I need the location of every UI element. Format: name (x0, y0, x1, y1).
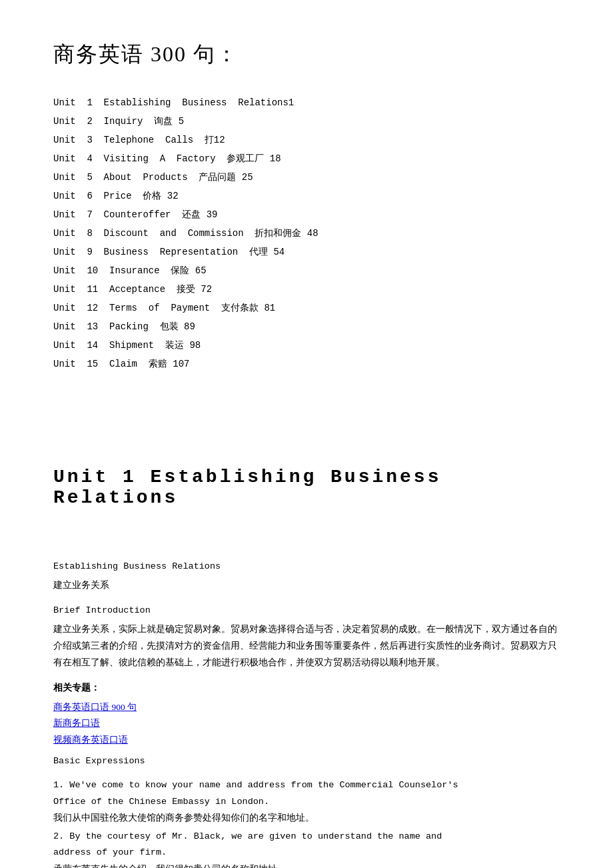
expr2-zh: 承蒙布莱克先生的介绍，我们得知贵公司的名称和地址。 (53, 861, 560, 868)
link-1-block[interactable]: 商务英语口语 900 句 (53, 699, 560, 715)
related-label-block: 相关专题： (53, 680, 560, 697)
spacer-2 (53, 440, 560, 467)
toc-item-6: Unit 6 Price 价格 32 (53, 187, 560, 205)
toc-item-5: Unit 5 About Products 产品问题 25 (53, 168, 560, 187)
subtitle-en: Establishing Business Relations (53, 561, 221, 571)
expr2-num-en: 2. By the courtesy of Mr. Black, we are … (53, 829, 560, 845)
subtitle-en-block: Establishing Business Relations (53, 559, 560, 575)
toc-item-3: Unit 3 Telephone Calls 打12 (53, 131, 560, 149)
toc-item-12: Unit 12 Terms of Payment 支付条款 81 (53, 299, 560, 317)
link-3-block[interactable]: 视频商务英语口语 (53, 732, 560, 748)
toc-item-10: Unit 10 Insurance 保险 65 (53, 261, 560, 280)
toc-item-1: Unit 1 Establishing Business Relations1 (53, 93, 560, 112)
toc-item-13: Unit 13 Packing 包装 89 (53, 317, 560, 336)
expression-2: 2. By the courtesy of Mr. Black, we are … (53, 829, 560, 868)
link-2-block[interactable]: 新商务口语 (53, 715, 560, 731)
toc-item-7: Unit 7 Counteroffer 还盘 39 (53, 205, 560, 224)
toc-item-11: Unit 11 Acceptance 接受 72 (53, 280, 560, 299)
link-business-oral-900[interactable]: 商务英语口语 900 句 (53, 699, 560, 715)
basic-expressions-label-block: Basic Expressions (53, 753, 560, 769)
expression-1: 1. We've come to know your name and addr… (53, 777, 560, 826)
toc-section: Unit 1 Establishing Business Relations1 … (53, 93, 560, 373)
unit1-content: Establishing Business Relations 建立业务关系 B… (53, 559, 560, 868)
spacer-4 (53, 597, 560, 603)
spacer-6 (53, 748, 560, 753)
basic-expressions-label: Basic Expressions (53, 756, 145, 766)
toc-item-2: Unit 2 Inquiry 询盘 5 (53, 112, 560, 131)
toc-item-8: Unit 8 Discount and Commission 折扣和佣金 48 (53, 224, 560, 243)
spacer-1 (53, 413, 560, 440)
expr2-en: By the courtesy of Mr. Black, we are giv… (69, 831, 442, 841)
brief-intro-zh-block: 建立业务关系，实际上就是确定贸易对象。贸易对象选择得合适与否，决定着贸易的成败。… (53, 621, 560, 672)
expr2-en-line2: address of your firm. (53, 845, 560, 861)
related-label: 相关专题： (53, 683, 100, 693)
page-title: 商务英语 300 句： (53, 40, 560, 69)
toc-item-14: Unit 14 Shipment 装运 98 (53, 336, 560, 355)
brief-intro-label-block: Brief Introduction (53, 603, 560, 619)
spacer-7 (53, 772, 560, 777)
spacer-5 (53, 675, 560, 680)
link-video-business-oral[interactable]: 视频商务英语口语 (53, 732, 560, 748)
title-section: 商务英语 300 句： (53, 40, 560, 69)
expr1-en: We've come to know your name and address… (69, 780, 458, 790)
expr1-num: 1. (53, 780, 64, 790)
subtitle-zh: 建立业务关系 (53, 580, 109, 590)
brief-intro-label: Brief Introduction (53, 605, 151, 615)
toc-item-4: Unit 4 Visiting A Factory 参观工厂 18 (53, 149, 560, 168)
toc-item-9: Unit 9 Business Representation 代理 54 (53, 243, 560, 261)
toc-item-15: Unit 15 Claim 索赔 107 (53, 355, 560, 373)
brief-intro-zh: 建立业务关系，实际上就是确定贸易对象。贸易对象选择得合适与否，决定着贸易的成败。… (53, 624, 557, 668)
expr2-num: 2. (53, 831, 64, 841)
expr1-zh: 我们从中国驻伦敦大使馆的商务参赞处得知你们的名字和地址。 (53, 810, 560, 826)
spacer-3 (53, 532, 560, 559)
unit1-heading-section: Unit 1 Establishing Business Relations (53, 467, 560, 508)
expr1-en-line2: Office of the Chinese Embassy in London. (53, 794, 560, 810)
subtitle-zh-block: 建立业务关系 (53, 577, 560, 594)
expr1-num-en: 1. We've come to know your name and addr… (53, 777, 560, 793)
unit1-heading: Unit 1 Establishing Business Relations (53, 467, 560, 508)
link-new-business-oral[interactable]: 新商务口语 (53, 715, 560, 731)
